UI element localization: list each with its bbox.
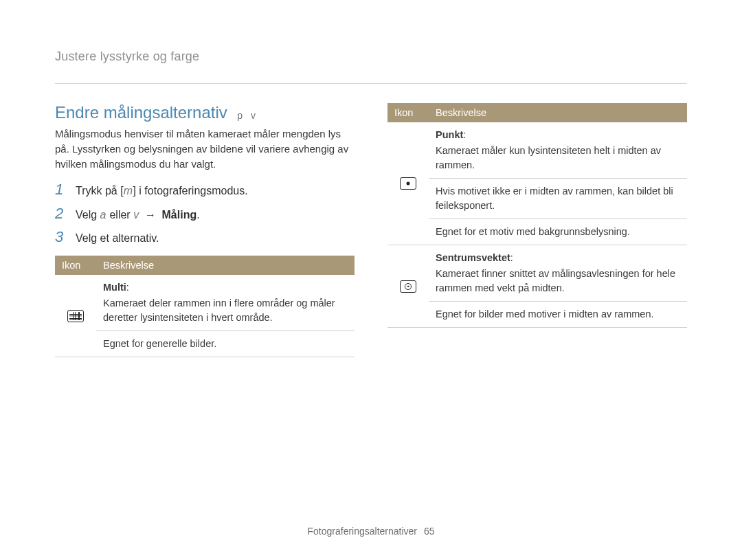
table-row: Egnet for bilder med motiver i midten av…: [387, 302, 687, 328]
desc-line: Kameraet finner snittet av målingsavlesn…: [436, 267, 680, 295]
desc-cell: Egnet for bilder med motiver i midten av…: [429, 302, 687, 328]
step-2-glyph-v: v: [133, 209, 139, 221]
page-footer: Fotograferingsalternativer 65: [0, 526, 742, 537]
desc-term: Punkt: [436, 129, 463, 140]
desc-line: Egnet for generelle bilder.: [103, 337, 348, 351]
step-2-mid: eller: [106, 209, 133, 221]
step-text: Trykk på [m] i fotograferingsmodus.: [76, 183, 248, 199]
desc-line: Kameraet deler rammen inn i flere område…: [103, 296, 348, 325]
table-row: Egnet for generelle bilder.: [55, 331, 355, 357]
step-2-pre: Velg: [76, 209, 100, 221]
table-row: Multi: Kameraet deler rammen inn i flere…: [55, 275, 355, 331]
section-heading-row: Endre målingsalternativ p v: [55, 103, 355, 122]
table-header-icon: Ikon: [55, 256, 96, 275]
content-columns: Endre målingsalternativ p v Målingsmodus…: [55, 103, 687, 357]
step-2-target: Måling: [162, 209, 197, 221]
desc-colon: :: [510, 252, 513, 263]
desc-cell: Sentrumsvektet: Kameraet finner snittet …: [429, 245, 687, 302]
desc-term: Multi: [103, 282, 126, 293]
step-text: Velg et alternativ.: [76, 231, 159, 246]
table-header-icon: Ikon: [387, 103, 429, 122]
desc-colon: :: [126, 282, 129, 293]
step-number: 1: [55, 182, 67, 197]
step-2: 2 Velg a eller v → Måling.: [55, 206, 355, 223]
desc-colon: :: [463, 129, 466, 140]
table-header-desc: Beskrivelse: [429, 103, 687, 122]
breadcrumb: Justere lysstyrke og farge: [55, 49, 687, 64]
metering-spot-icon: [400, 177, 416, 190]
metering-multi-icon: [67, 310, 84, 322]
step-2-end: .: [196, 209, 199, 221]
step-1: 1 Trykk på [m] i fotograferingsmodus.: [55, 182, 355, 199]
table-row: Egnet for et motiv med bakgrunnsbelysnin…: [387, 219, 687, 245]
desc-cell: Hvis motivet ikke er i midten av rammen,…: [429, 179, 687, 219]
desc-line: Hvis motivet ikke er i midten av rammen,…: [436, 184, 680, 213]
desc-line: Egnet for bilder med motiver i midten av…: [436, 307, 680, 322]
step-1-pre: Trykk på [: [76, 185, 124, 197]
desc-cell: Punkt: Kameraet måler kun lysintensitete…: [429, 122, 687, 179]
icon-cell: [55, 275, 96, 357]
step-1-post: ] i fotograferingsmodus.: [133, 185, 247, 197]
table-row: Hvis motivet ikke er i midten av rammen,…: [387, 179, 687, 219]
step-2-glyph-a: a: [100, 209, 106, 221]
step-number: 3: [55, 229, 67, 245]
right-column: Ikon Beskrivelse Punkt: Kameraet måler k…: [387, 103, 687, 357]
step-number: 2: [55, 206, 67, 221]
step-text: Velg a eller v → Måling.: [76, 208, 200, 223]
section-lead: Målingsmodus henviser til måten kameraet…: [55, 126, 355, 171]
step-1-glyph: m: [124, 185, 133, 197]
desc-cell: Egnet for generelle bilder.: [96, 331, 355, 357]
table-row: Punkt: Kameraet måler kun lysintensitete…: [387, 122, 687, 179]
section-title: Endre målingsalternativ: [55, 103, 227, 122]
desc-line: Kameraet måler kun lysintensiteten helt …: [436, 144, 680, 172]
steps-list: 1 Trykk på [m] i fotograferingsmodus. 2 …: [55, 182, 355, 246]
left-column: Endre målingsalternativ p v Målingsmodus…: [55, 103, 355, 357]
desc-line: Egnet for et motiv med bakgrunnsbelysnin…: [436, 225, 680, 239]
desc-cell: Multi: Kameraet deler rammen inn i flere…: [96, 275, 355, 331]
metering-center-weighted-icon: [400, 280, 416, 293]
step-3: 3 Velg et alternativ.: [55, 229, 355, 246]
left-description-table: Ikon Beskrivelse Multi: Kameraet deler r…: [55, 256, 355, 357]
right-description-table: Ikon Beskrivelse Punkt: Kameraet måler k…: [387, 103, 687, 328]
icon-cell: [387, 122, 429, 245]
icon-cell: [387, 245, 429, 328]
section-mode-tags: p v: [237, 110, 258, 121]
footer-page-number: 65: [424, 526, 435, 537]
arrow-icon: →: [145, 209, 156, 221]
desc-term: Sentrumsvektet: [436, 252, 510, 263]
table-header-desc: Beskrivelse: [96, 256, 355, 275]
table-row: Sentrumsvektet: Kameraet finner snittet …: [387, 245, 687, 302]
footer-section-label: Fotograferingsalternativer: [308, 526, 418, 537]
desc-cell: Egnet for et motiv med bakgrunnsbelysnin…: [429, 219, 687, 245]
divider-top: [55, 83, 687, 84]
